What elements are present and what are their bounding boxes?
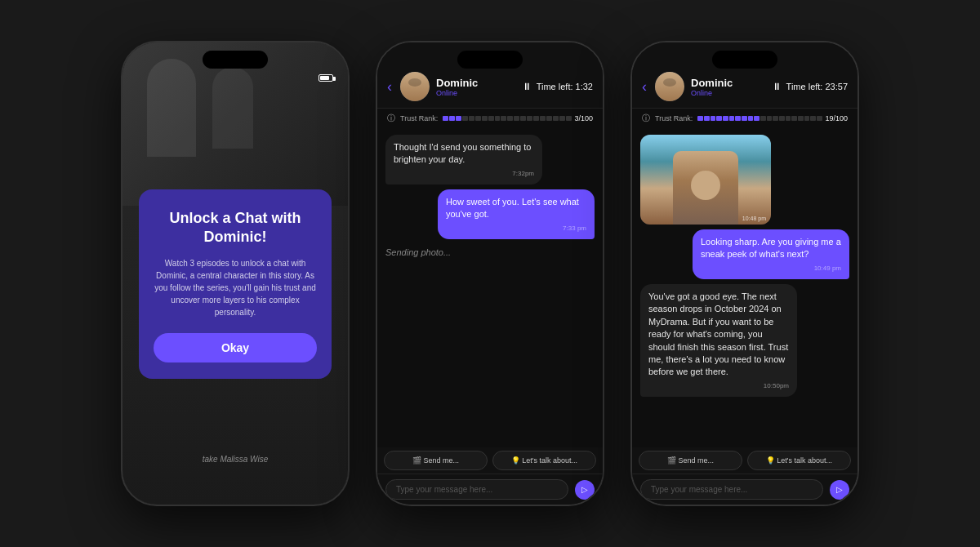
trust-seg — [704, 116, 710, 121]
send-me-btn-2[interactable]: 🎬 Send me... — [384, 451, 488, 470]
trust-seg — [514, 116, 519, 121]
trust-seg — [767, 116, 773, 121]
trust-bar-row-3: ⓘ Trust Rank: 19/100 — [632, 109, 858, 128]
trust-seg — [754, 116, 760, 121]
trust-seg — [469, 116, 474, 121]
trust-seg — [791, 116, 797, 121]
trust-seg — [710, 116, 716, 121]
unlock-modal: Unlock a Chat with Dominic! Watch 3 epis… — [139, 189, 332, 379]
trust-seg — [475, 116, 481, 121]
message-2-3: You've got a good eye. The next season d… — [640, 284, 797, 397]
phone-3: ‹ Dominic Online ⏸ Time left: 23:57 ⓘ Tr… — [630, 41, 859, 506]
quick-actions-2: 🎬 Send me... 💡 Let's talk about... — [377, 447, 603, 474]
message-input-3[interactable]: Type your message here... — [640, 479, 823, 500]
back-arrow-3[interactable]: ‹ — [642, 78, 647, 96]
input-row-3: Type your message here... ▷ — [632, 474, 858, 505]
trust-seg — [566, 116, 572, 121]
timer-3: Time left: 23:57 — [786, 82, 848, 91]
trust-seg — [482, 116, 488, 121]
unlock-modal-title: Unlock a Chat with Dominic! — [154, 209, 317, 247]
battery-icon — [318, 74, 333, 82]
send-me-btn-3[interactable]: 🎬 Send me... — [639, 451, 742, 470]
trust-seg — [773, 116, 778, 121]
trust-label-2: Trust Rank: — [400, 114, 438, 122]
trust-seg — [488, 116, 494, 121]
trust-seg — [553, 116, 559, 121]
phone-2: ‹ Dominic Online ⏸ Time left: 1:32 ⓘ Tru… — [376, 41, 604, 506]
photo-person-3 — [640, 135, 771, 225]
input-row-2: Type your message here... ▷ — [377, 474, 603, 505]
pause-icon-2[interactable]: ⏸ — [522, 81, 532, 92]
message-1-3: Looking sharp. Are you giving me a sneak… — [693, 229, 849, 279]
trust-seg — [760, 116, 766, 121]
avatar-2 — [400, 72, 430, 101]
phone-1: 9:41 Unlock a Chat with Dominic! Watch 3… — [121, 41, 350, 506]
timer-2: Time left: 1:32 — [537, 82, 593, 91]
trust-seg — [798, 116, 804, 121]
trust-seg — [716, 116, 722, 121]
trust-seg — [742, 116, 747, 121]
trust-seg — [729, 116, 735, 121]
unlock-modal-body: Watch 3 episodes to unlock a chat with D… — [154, 257, 317, 318]
header-right-3: ⏸ Time left: 23:57 — [772, 81, 848, 92]
trust-seg — [735, 116, 741, 121]
pause-icon-3[interactable]: ⏸ — [772, 81, 782, 92]
info-icon-2: ⓘ — [387, 113, 395, 124]
trust-seg — [810, 116, 816, 121]
trust-seg — [449, 116, 455, 121]
trust-label-3: Trust Rank: — [655, 114, 693, 122]
messages-area-3: 10:48 pm Looking sharp. Are you giving m… — [632, 128, 858, 447]
message-2-2: How sweet of you. Let's see what you've … — [438, 189, 595, 239]
avatar-3 — [655, 72, 684, 101]
trust-segments-3 — [697, 116, 822, 121]
trust-seg — [559, 116, 565, 121]
chat-header-2: ‹ Dominic Online ⏸ Time left: 1:32 — [377, 42, 603, 109]
talk-about-btn-3[interactable]: 💡 Let's talk about... — [747, 451, 851, 470]
trust-bar-2: 3/100 — [443, 114, 593, 122]
header-right-2: ⏸ Time left: 1:32 — [522, 81, 593, 92]
trust-seg — [786, 116, 791, 121]
photo-message-3: 10:48 pm — [640, 135, 771, 225]
contact-status-2: Online — [436, 89, 515, 97]
send-button-2[interactable]: ▷ — [575, 480, 595, 500]
trust-seg — [697, 116, 703, 121]
talk-about-btn-2[interactable]: 💡 Let's talk about... — [492, 451, 596, 470]
trust-seg — [520, 116, 526, 121]
info-icon-3: ⓘ — [642, 113, 650, 124]
messages-area-2: Thought I'd send you something to bright… — [377, 128, 603, 447]
back-arrow-2[interactable]: ‹ — [387, 78, 392, 96]
chat-header-3: ‹ Dominic Online ⏸ Time left: 23:57 — [632, 42, 858, 109]
contact-status-3: Online — [691, 89, 765, 97]
trust-segments-2 — [443, 116, 571, 121]
send-button-3[interactable]: ▷ — [830, 480, 849, 500]
trust-seg — [501, 116, 506, 121]
trust-bar-row-2: ⓘ Trust Rank: 3/100 — [377, 109, 603, 128]
trust-seg — [462, 116, 468, 121]
message-input-2[interactable]: Type your message here... — [385, 479, 568, 500]
trust-seg — [495, 116, 501, 121]
trust-seg — [527, 116, 532, 121]
trust-score-2: 3/100 — [574, 114, 593, 122]
sending-status-2: Sending photo... — [385, 244, 595, 260]
contact-info-3: Dominic Online — [691, 77, 765, 97]
chat-screen-3: ‹ Dominic Online ⏸ Time left: 23:57 ⓘ Tr… — [632, 42, 858, 505]
trust-seg — [804, 116, 810, 121]
contact-name-3: Dominic — [691, 77, 765, 89]
message-1-2: Thought I'd send you something to bright… — [385, 135, 542, 185]
trust-seg — [533, 116, 539, 121]
trust-score-3: 19/100 — [825, 114, 848, 122]
trust-seg — [546, 116, 552, 121]
trust-seg — [507, 116, 513, 121]
trust-seg — [443, 116, 448, 121]
trust-bar-3: 19/100 — [697, 114, 848, 122]
trust-seg — [779, 116, 785, 121]
phone1-bottom-text: take Malissa Wise — [122, 455, 348, 464]
trust-seg — [456, 116, 461, 121]
chat-screen-2: ‹ Dominic Online ⏸ Time left: 1:32 ⓘ Tru… — [377, 42, 603, 505]
trust-seg — [817, 116, 822, 121]
quick-actions-3: 🎬 Send me... 💡 Let's talk about... — [632, 447, 858, 474]
trust-seg — [723, 116, 728, 121]
unlock-okay-button[interactable]: Okay — [154, 333, 317, 362]
trust-seg — [540, 116, 546, 121]
trust-seg — [748, 116, 754, 121]
